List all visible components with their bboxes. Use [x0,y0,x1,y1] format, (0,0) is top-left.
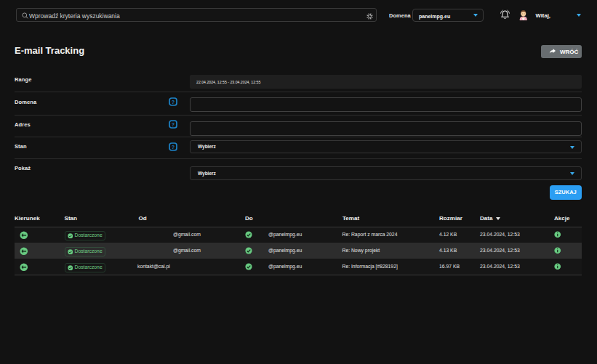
svg-text:?: ? [172,122,175,127]
svg-text:?: ? [172,145,175,150]
svg-text:?: ? [172,99,175,104]
